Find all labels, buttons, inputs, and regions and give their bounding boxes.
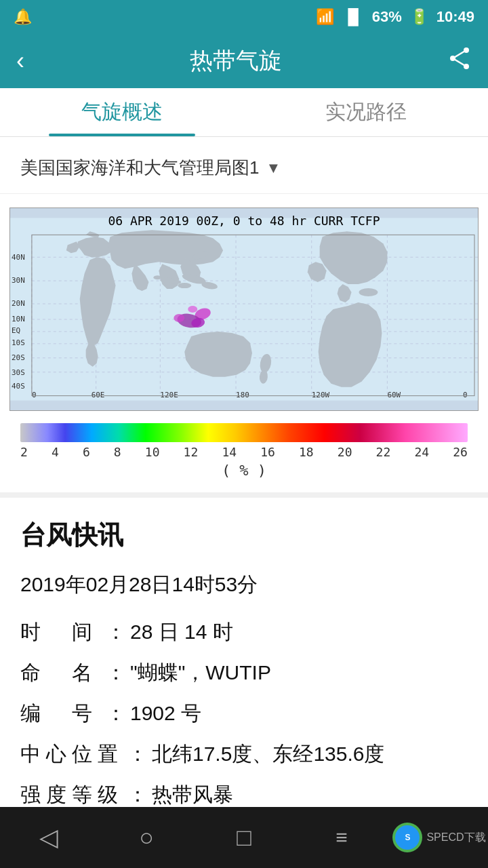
app-logo: S SPECD下载 bbox=[392, 823, 485, 852]
info-row-name: 命 名 ： "蝴蝶"，WUTIP bbox=[20, 652, 468, 693]
svg-line-3 bbox=[453, 50, 466, 58]
info-row-location: 中心位置 ： 北纬17.5度、东经135.6度 bbox=[20, 734, 468, 774]
typhoon-date: 2019年02月28日14时53分 bbox=[20, 569, 468, 599]
typhoon-info: 时 间 ： 28 日 14 时 命 名 ： "蝴蝶"，WUTIP 编 号 ： 1… bbox=[20, 612, 468, 815]
name-value: "蝴蝶"，WUTIP bbox=[130, 652, 468, 693]
back-nav-icon: ◁ bbox=[39, 823, 58, 852]
svg-text:EQ: EQ bbox=[12, 326, 20, 335]
dropdown-section: 美国国家海洋和大气管理局图1 ▼ bbox=[0, 137, 488, 194]
dropdown-label: 美国国家海洋和大气管理局图1 bbox=[20, 156, 259, 180]
status-left: 🔔 bbox=[14, 8, 32, 26]
dropdown-arrow-icon: ▼ bbox=[266, 159, 281, 177]
svg-text:0: 0 bbox=[32, 391, 37, 399]
svg-point-48 bbox=[178, 283, 191, 288]
logo-circle: S bbox=[392, 823, 422, 852]
share-button[interactable] bbox=[447, 46, 472, 77]
status-right: 📶 ▐▌ 63% 🔋 10:49 bbox=[316, 8, 474, 26]
recent-nav-icon: □ bbox=[237, 823, 251, 852]
logo-text: SPECD下载 bbox=[426, 831, 485, 845]
colorbar-labels: 24681012 14161820222426 bbox=[20, 445, 468, 459]
tab-overview[interactable]: 气旋概述 bbox=[0, 88, 244, 136]
time-value: 28 日 14 时 bbox=[130, 612, 468, 652]
svg-text:40S: 40S bbox=[12, 382, 25, 391]
map-svg: 40N 30N 20N 10N EQ 10S 20S 30S 40S 0 60E… bbox=[10, 208, 478, 410]
bottom-navigation: ◁ ○ □ ≡ S SPECD下载 bbox=[0, 807, 488, 868]
svg-marker-41 bbox=[108, 230, 224, 269]
logo-inner-circle: S bbox=[395, 825, 420, 850]
tab-bar: 气旋概述 实况路径 bbox=[0, 88, 488, 137]
menu-nav-button[interactable]: ≡ bbox=[293, 807, 390, 868]
battery-icon: 🔋 bbox=[410, 8, 428, 26]
menu-nav-icon: ≡ bbox=[336, 826, 348, 849]
svg-text:0: 0 bbox=[463, 391, 468, 399]
colorbar-section: 24681012 14161820222426 ( % ) bbox=[0, 418, 488, 479]
tab-path[interactable]: 实况路径 bbox=[244, 88, 488, 136]
svg-text:10S: 10S bbox=[12, 338, 25, 347]
svg-text:30N: 30N bbox=[12, 276, 25, 285]
status-bar: 🔔 📶 ▐▌ 63% 🔋 10:49 bbox=[0, 0, 488, 34]
signal-icon: ▐▌ bbox=[342, 8, 363, 26]
colorbar-gradient bbox=[20, 423, 468, 442]
recent-nav-button[interactable]: □ bbox=[195, 807, 293, 868]
svg-point-58 bbox=[359, 288, 378, 296]
svg-line-4 bbox=[453, 58, 466, 66]
svg-text:30S: 30S bbox=[12, 368, 25, 377]
time-display: 10:49 bbox=[436, 8, 474, 26]
svg-point-50 bbox=[160, 277, 174, 283]
typhoon-section: 台风快讯 2019年02月28日14时53分 时 间 ： 28 日 14 时 命… bbox=[0, 492, 488, 829]
info-row-time: 时 间 ： 28 日 14 时 bbox=[20, 612, 468, 652]
app-title: 热带气旋 bbox=[190, 45, 282, 77]
back-button[interactable]: ‹ bbox=[16, 47, 24, 75]
svg-point-64 bbox=[188, 306, 197, 313]
svg-text:60W: 60W bbox=[387, 391, 401, 399]
logo-area: S SPECD下载 bbox=[390, 807, 488, 868]
typhoon-section-title: 台风快讯 bbox=[20, 518, 468, 553]
map-section: 06 APR 2019 00Z, 0 to 48 hr CURR TCFP 40… bbox=[0, 194, 488, 418]
svg-text:40N: 40N bbox=[12, 253, 25, 262]
svg-text:180: 180 bbox=[236, 391, 249, 399]
svg-text:10N: 10N bbox=[12, 315, 25, 323]
svg-point-62 bbox=[174, 314, 184, 322]
svg-text:120W: 120W bbox=[312, 391, 330, 399]
svg-text:120E: 120E bbox=[160, 391, 178, 399]
svg-text:20N: 20N bbox=[12, 299, 25, 308]
home-nav-icon: ○ bbox=[139, 823, 154, 852]
world-map: 06 APR 2019 00Z, 0 to 48 hr CURR TCFP 40… bbox=[9, 208, 479, 411]
source-dropdown[interactable]: 美国国家海洋和大气管理局图1 ▼ bbox=[20, 156, 281, 180]
location-value: 北纬17.5度、东经135.6度 bbox=[152, 734, 468, 774]
colorbar-unit: ( % ) bbox=[222, 462, 266, 479]
home-nav-button[interactable]: ○ bbox=[98, 807, 195, 868]
map-title: 06 APR 2019 00Z, 0 to 48 hr CURR TCFP bbox=[10, 214, 478, 228]
back-nav-button[interactable]: ◁ bbox=[0, 807, 98, 868]
number-label: 编 号 bbox=[20, 693, 102, 734]
info-row-number: 编 号 ： 1902 号 bbox=[20, 693, 468, 734]
wifi-icon: 📶 bbox=[316, 8, 334, 26]
svg-point-51 bbox=[153, 275, 161, 279]
location-label: 中心位置 bbox=[20, 734, 123, 774]
share-icon bbox=[447, 46, 472, 71]
name-label: 命 名 bbox=[20, 652, 102, 693]
notification-icon: 🔔 bbox=[14, 8, 32, 26]
app-bar: ‹ 热带气旋 bbox=[0, 34, 488, 88]
svg-text:20S: 20S bbox=[12, 353, 25, 362]
time-label: 时 间 bbox=[20, 612, 102, 652]
battery-text: 63% bbox=[372, 8, 402, 26]
svg-text:60E: 60E bbox=[92, 391, 105, 399]
number-value: 1902 号 bbox=[130, 693, 468, 734]
